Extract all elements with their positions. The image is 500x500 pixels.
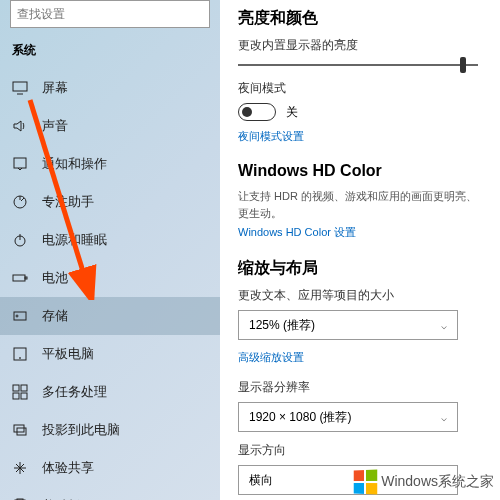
sidebar-item-clipboard[interactable]: 剪贴板 bbox=[0, 487, 220, 500]
svg-rect-13 bbox=[13, 393, 19, 399]
sidebar-item-multitask[interactable]: 多任务处理 bbox=[0, 373, 220, 411]
watermark: Windows系统之家 bbox=[353, 470, 494, 494]
hdcolor-link[interactable]: Windows HD Color 设置 bbox=[238, 225, 482, 240]
storage-icon bbox=[12, 308, 28, 324]
sidebar-item-label: 专注助手 bbox=[42, 193, 94, 211]
nightlight-settings-link[interactable]: 夜间模式设置 bbox=[238, 129, 482, 144]
tablet-icon bbox=[12, 346, 28, 362]
slider-thumb[interactable] bbox=[460, 57, 466, 73]
sidebar-item-sound[interactable]: 声音 bbox=[0, 107, 220, 145]
chevron-down-icon: ⌵ bbox=[441, 320, 447, 331]
advanced-scale-link[interactable]: 高级缩放设置 bbox=[238, 350, 482, 365]
hdcolor-desc: 让支持 HDR 的视频、游戏和应用的画面更明亮、更生动。 bbox=[238, 188, 482, 221]
svg-rect-2 bbox=[14, 158, 26, 168]
svg-rect-0 bbox=[13, 82, 27, 91]
brightness-title: 亮度和颜色 bbox=[238, 8, 482, 29]
scale-title: 缩放与布局 bbox=[238, 258, 482, 279]
sidebar-item-display[interactable]: 屏幕 bbox=[0, 69, 220, 107]
notification-icon bbox=[12, 156, 28, 172]
orientation-label: 显示方向 bbox=[238, 442, 482, 459]
resolution-label: 显示器分辨率 bbox=[238, 379, 482, 396]
sidebar-item-label: 平板电脑 bbox=[42, 345, 94, 363]
sidebar-item-label: 体验共享 bbox=[42, 459, 94, 477]
sidebar-item-tablet[interactable]: 平板电脑 bbox=[0, 335, 220, 373]
textsize-value: 125% (推荐) bbox=[249, 317, 315, 334]
battery-icon bbox=[12, 270, 28, 286]
textsize-label: 更改文本、应用等项目的大小 bbox=[238, 287, 482, 304]
sound-icon bbox=[12, 118, 28, 134]
project-icon bbox=[12, 422, 28, 438]
svg-rect-5 bbox=[13, 275, 25, 281]
sidebar-item-label: 通知和操作 bbox=[42, 155, 107, 173]
nightlight-state: 关 bbox=[286, 104, 298, 121]
sidebar-item-power[interactable]: 电源和睡眠 bbox=[0, 221, 220, 259]
textsize-dropdown[interactable]: 125% (推荐) ⌵ bbox=[238, 310, 458, 340]
svg-point-10 bbox=[20, 358, 21, 359]
sidebar-item-label: 存储 bbox=[42, 307, 68, 325]
multitask-icon bbox=[12, 384, 28, 400]
brightness-slider[interactable] bbox=[238, 64, 482, 66]
focus-icon bbox=[12, 194, 28, 210]
sidebar-item-label: 电源和睡眠 bbox=[42, 231, 107, 249]
content-panel: 亮度和颜色 更改内置显示器的亮度 夜间模式 关 夜间模式设置 Windows H… bbox=[220, 0, 500, 500]
hdcolor-title: Windows HD Color bbox=[238, 162, 482, 180]
sidebar-item-label: 多任务处理 bbox=[42, 383, 107, 401]
sidebar-item-label: 声音 bbox=[42, 117, 68, 135]
display-icon bbox=[12, 80, 28, 96]
windows-logo-icon bbox=[354, 469, 378, 494]
sidebar-item-storage[interactable]: 存储 bbox=[0, 297, 220, 335]
nightlight-label: 夜间模式 bbox=[238, 80, 482, 97]
sidebar-section-header: 系统 bbox=[0, 36, 220, 69]
orientation-value: 横向 bbox=[249, 472, 273, 489]
svg-rect-12 bbox=[21, 385, 27, 391]
shared-icon bbox=[12, 460, 28, 476]
sidebar-item-shared[interactable]: 体验共享 bbox=[0, 449, 220, 487]
sidebar-item-notifications[interactable]: 通知和操作 bbox=[0, 145, 220, 183]
sidebar-item-label: 投影到此电脑 bbox=[42, 421, 120, 439]
svg-rect-14 bbox=[21, 393, 27, 399]
resolution-dropdown[interactable]: 1920 × 1080 (推荐) ⌵ bbox=[238, 402, 458, 432]
power-icon bbox=[12, 232, 28, 248]
svg-rect-6 bbox=[25, 277, 27, 279]
watermark-text: Windows系统之家 bbox=[381, 473, 494, 491]
sidebar-item-project[interactable]: 投影到此电脑 bbox=[0, 411, 220, 449]
search-box[interactable] bbox=[10, 0, 210, 28]
sidebar-item-label: 屏幕 bbox=[42, 79, 68, 97]
resolution-value: 1920 × 1080 (推荐) bbox=[249, 409, 351, 426]
svg-rect-11 bbox=[13, 385, 19, 391]
sidebar-item-label: 电池 bbox=[42, 269, 68, 287]
sidebar-item-battery[interactable]: 电池 bbox=[0, 259, 220, 297]
svg-point-8 bbox=[16, 315, 18, 317]
search-input[interactable] bbox=[17, 7, 203, 21]
sidebar-item-focus[interactable]: 专注助手 bbox=[0, 183, 220, 221]
nightlight-toggle[interactable] bbox=[238, 103, 276, 121]
brightness-desc: 更改内置显示器的亮度 bbox=[238, 37, 482, 54]
chevron-down-icon: ⌵ bbox=[441, 412, 447, 423]
